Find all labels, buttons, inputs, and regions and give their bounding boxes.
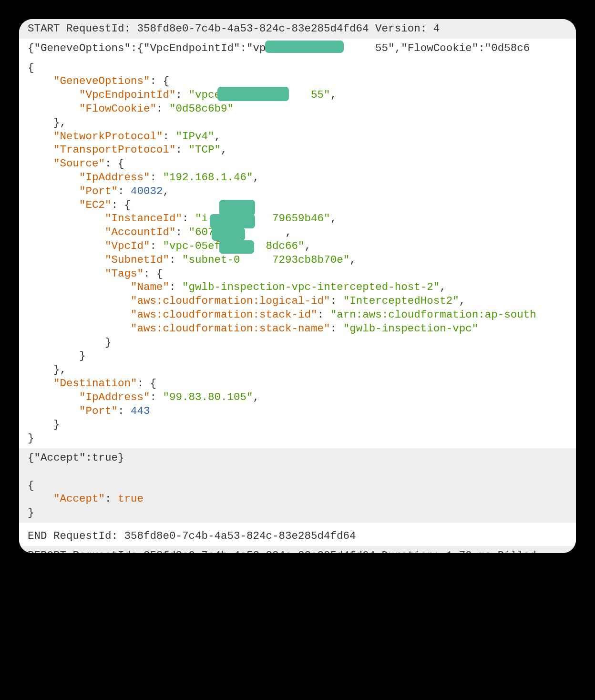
json-value: true <box>118 493 144 505</box>
report-text: REPORT RequestId: 358fd8e0-7c4b-4a53-824… <box>28 549 536 553</box>
redaction-bar <box>219 200 255 216</box>
json-key: "TransportProtocol" <box>28 144 176 156</box>
json-key: "IpAddress" <box>28 391 150 403</box>
brace-close: } <box>28 336 112 349</box>
pretty-json-block: { "GeneveOptions": { "VpcEndpointId": "v… <box>19 58 576 448</box>
json-value: "0d58c6b9" <box>169 103 234 115</box>
accept-compact: {"Accept":true} <box>28 452 124 464</box>
brace-close: }, <box>28 363 66 376</box>
log-start-line: START RequestId: 358fd8e0-7c4b-4a53-824c… <box>19 19 576 39</box>
log-card: START RequestId: 358fd8e0-7c4b-4a53-824c… <box>19 19 576 553</box>
json-key: "SubnetId" <box>28 254 169 266</box>
brace-close: } <box>28 506 34 519</box>
json-key: "Port" <box>28 185 118 197</box>
redaction-bar <box>212 227 245 241</box>
end-text: END RequestId: 358fd8e0-7c4b-4a53-824c-8… <box>28 530 356 542</box>
compact-json-line: {"GeneveOptions":{"VpcEndpointId":"vpce-… <box>19 39 576 58</box>
json-key: "Port" <box>28 405 118 417</box>
json-key: "aws:cloudformation:stack-id" <box>28 309 318 321</box>
json-key: "Accept" <box>28 493 105 505</box>
json-key: "Destination" <box>28 377 137 390</box>
brace-close: }, <box>28 116 66 129</box>
json-value: "arn:aws:cloudformation:ap-south <box>330 309 536 321</box>
json-key: "EC2" <box>28 199 112 211</box>
json-key: "InstanceId" <box>28 212 182 225</box>
json-key: "VpcId" <box>28 240 150 252</box>
json-value: "InterceptedHost2" <box>343 295 459 307</box>
redaction-bar <box>217 87 289 101</box>
json-key: "aws:cloudformation:logical-id" <box>28 295 330 307</box>
brace-close: } <box>28 350 86 362</box>
redaction-bar <box>210 214 255 228</box>
json-key: "NetworkProtocol" <box>28 130 163 143</box>
json-key: "GeneveOptions" <box>28 75 150 87</box>
json-value: "subnet-0 7293cb8b70e" <box>182 254 349 266</box>
accept-block: {"Accept":true} { "Accept": true } <box>19 448 576 523</box>
json-value: "gwlb-inspection-vpc" <box>343 322 479 335</box>
redaction-bar <box>219 240 254 254</box>
log-report-line: REPORT RequestId: 358fd8e0-7c4b-4a53-824… <box>19 546 576 553</box>
brace-close: } <box>28 418 60 431</box>
divider <box>19 523 576 526</box>
brace-open: { <box>28 62 34 74</box>
json-key: "VpcEndpointId" <box>28 89 176 101</box>
log-end-line: END RequestId: 358fd8e0-7c4b-4a53-824c-8… <box>19 526 576 546</box>
brace-open: { <box>28 479 34 492</box>
json-value: "IPv4" <box>176 130 215 143</box>
json-key: "IpAddress" <box>28 171 150 184</box>
json-value: "99.83.80.105" <box>163 391 253 403</box>
json-key: "aws:cloudformation:stack-name" <box>28 322 330 335</box>
json-value: "TCP" <box>189 144 221 156</box>
json-key: "FlowCookie" <box>28 103 156 115</box>
json-value: 443 <box>131 405 150 417</box>
json-key: "Source" <box>28 157 105 170</box>
json-value: 40032 <box>131 185 163 197</box>
json-key: "AccountId" <box>28 226 176 238</box>
json-key: "Name" <box>28 281 169 293</box>
redaction-bar <box>265 41 344 53</box>
brace-close: } <box>28 432 34 444</box>
start-text: START RequestId: 358fd8e0-7c4b-4a53-824c… <box>28 22 440 35</box>
json-key: "Tags" <box>28 268 144 280</box>
json-value: "192.168.1.46" <box>163 171 253 184</box>
json-value: "gwlb-inspection-vpc-intercepted-host-2" <box>182 281 440 293</box>
